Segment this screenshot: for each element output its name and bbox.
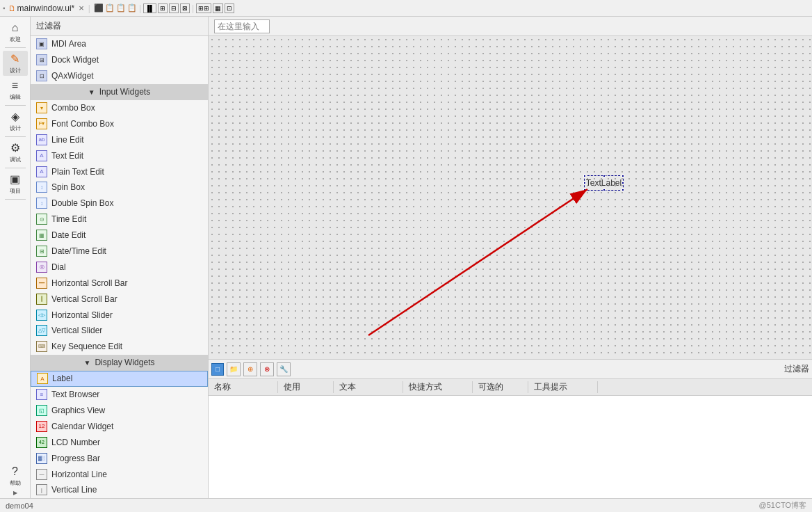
widget-hslider[interactable]: ◁▷ Horizontal Slider — [31, 307, 208, 323]
bottom-icon-2[interactable]: 📁 — [227, 362, 241, 376]
tool-help[interactable]: ? 帮助 — [3, 463, 28, 488]
widget-label-text: Label — [52, 374, 72, 383]
resize-bl[interactable] — [583, 189, 586, 191]
resize-br[interactable] — [622, 189, 624, 191]
bottom-icon-1[interactable]: □ — [211, 363, 224, 376]
toolbar-icon-7[interactable]: ⊟ — [169, 3, 179, 13]
bottom-toolbar: □ 📁 ⊕ ⊗ 🔧 过滤器 — [209, 360, 812, 379]
toolbar-icon-10[interactable]: ▦ — [213, 3, 223, 13]
edit-icon: ≡ — [12, 79, 18, 92]
resize-bm[interactable] — [603, 189, 606, 191]
tab-close-btn[interactable]: × — [77, 3, 86, 13]
help-icon: ? — [12, 465, 18, 478]
widget-label: Dock Widget — [51, 55, 99, 65]
toolbar-icon-4[interactable]: 📋 — [127, 3, 137, 13]
widget-label: Horizontal Line — [51, 470, 107, 479]
widget-progress[interactable]: ▓░ Progress Bar — [31, 450, 208, 466]
widget-qax[interactable]: ⊡ QAxWidget — [31, 68, 208, 84]
project-icon: ▣ — [10, 173, 20, 186]
widget-vslider[interactable]: △▽ Vertical Slider — [31, 323, 208, 339]
bottom-icon-4[interactable]: ⊗ — [260, 362, 274, 376]
col-use: 使用 — [278, 381, 334, 393]
bottom-icon-5[interactable]: 🔧 — [277, 362, 291, 376]
widget-keyseq[interactable]: ⌨ Key Sequence Edit — [31, 339, 208, 355]
tab-title[interactable]: mainwindow.ui* — [17, 3, 75, 13]
widget-label: Vertical Slider — [51, 326, 102, 335]
dock-icon: ⊞ — [36, 54, 47, 65]
widget-label: MDI Area — [51, 39, 86, 49]
widget-graphics[interactable]: ◱ Graphics View — [31, 403, 208, 419]
canvas-input[interactable] — [214, 19, 270, 33]
widget-dial[interactable]: ◎ Dial — [31, 259, 208, 275]
canvas-widget-textlabel[interactable]: TextLabel — [584, 175, 624, 191]
toolbar-icon-6[interactable]: ⊞ — [158, 3, 168, 13]
debug-icon: ⚙ — [10, 141, 20, 154]
widget-hscroll[interactable]: ━━ Horizontal Scroll Bar — [31, 275, 208, 291]
toolbar-icon-5[interactable]: ▐▌ — [143, 3, 156, 13]
widget-dock[interactable]: ⊞ Dock Widget — [31, 52, 208, 68]
expand-icon[interactable]: ▶ — [13, 490, 17, 496]
widget-date-edit[interactable]: ▦ Date Edit — [31, 227, 208, 243]
widget-label: Double Spin Box — [51, 198, 113, 208]
widget-label: Date/Time Edit — [51, 246, 106, 256]
widget-list[interactable]: ▣ MDI Area ⊞ Dock Widget ⊡ QAxWidget ▼ I… — [31, 36, 208, 498]
resize-tm[interactable] — [603, 175, 606, 177]
resize-mr[interactable] — [622, 182, 624, 184]
dial-icon: ◎ — [36, 262, 47, 273]
resize-tr[interactable] — [622, 175, 624, 177]
lcd-icon: 42 — [36, 437, 47, 448]
toolbar-icon-3[interactable]: 📋 — [116, 3, 126, 13]
widget-text-browser[interactable]: ≡ Text Browser — [31, 387, 208, 403]
widget-label: Combo Box — [51, 103, 95, 113]
toolbar-icon-11[interactable]: ⊡ — [225, 3, 234, 13]
widget-spin-box[interactable]: ↕ Spin Box — [31, 179, 208, 195]
tool-welcome[interactable]: ⌂ 欢迎 — [3, 19, 28, 45]
tool-design[interactable]: ✎ 设计 — [3, 51, 28, 76]
resize-tl[interactable] — [583, 175, 586, 177]
col-name: 名称 — [209, 381, 278, 393]
widget-label: Vertical Line — [51, 485, 97, 495]
tool-debug[interactable]: ⚙ 调试 — [3, 140, 28, 165]
arrow-line — [368, 189, 587, 335]
toolbar-icon-2[interactable]: 📋 — [105, 3, 115, 13]
progress-icon: ▓░ — [36, 453, 47, 464]
col-checkable: 可选的 — [473, 381, 528, 393]
widget-label: Calendar Widget — [51, 422, 113, 431]
widget-label: Text Edit — [51, 151, 83, 161]
canvas-main[interactable]: TextLabel — [209, 36, 812, 359]
widget-combo-box[interactable]: ▾ Combo Box — [31, 100, 208, 116]
widget-text-edit[interactable]: A Text Edit — [31, 147, 208, 163]
toolbar-icon-8[interactable]: ⊠ — [180, 3, 190, 13]
widget-label[interactable]: A Label — [31, 371, 208, 387]
arrow-overlay — [209, 36, 812, 359]
widget-vline[interactable]: | Vertical Line — [31, 482, 208, 498]
design-icon: ✎ — [10, 52, 19, 65]
widget-calendar[interactable]: 12 Calendar Widget — [31, 418, 208, 434]
vslider-icon: △▽ — [36, 325, 47, 336]
widget-line-edit[interactable]: ab Line Edit — [31, 131, 208, 147]
date-icon: ▦ — [36, 230, 47, 241]
widget-lcd[interactable]: 42 LCD Number — [31, 434, 208, 450]
vline-icon: | — [36, 484, 47, 495]
widget-datetime[interactable]: ⊞ Date/Time Edit — [31, 243, 208, 259]
widget-font-combo-box[interactable]: F▾ Font Combo Box — [31, 115, 208, 131]
widget-plain-text[interactable]: A Plain Text Edit — [31, 163, 208, 179]
toolbar-icon-1[interactable]: ⬛ — [94, 3, 104, 13]
widget-label: Key Sequence Edit — [51, 342, 122, 351]
widget-mdi-area[interactable]: ▣ MDI Area — [31, 36, 208, 52]
mdi-area-icon: ▣ — [36, 38, 47, 49]
widget-time-edit[interactable]: ⊙ Time Edit — [31, 211, 208, 227]
label-icon: A — [37, 373, 48, 384]
tool-project[interactable]: ▣ 项目 — [3, 171, 28, 196]
tool-edit[interactable]: ≡ 编辑 — [3, 77, 28, 102]
tool-design2[interactable]: ◈ 设计 — [3, 109, 28, 134]
widget-hline[interactable]: — Horizontal Line — [31, 466, 208, 482]
double-spin-icon: ↕ — [36, 198, 47, 209]
widget-label: Date Edit — [51, 230, 86, 240]
widget-double-spin[interactable]: ↕ Double Spin Box — [31, 195, 208, 211]
bottom-icon-3[interactable]: ⊕ — [243, 362, 257, 376]
resize-ml[interactable] — [583, 182, 586, 184]
widget-label: Vertical Scroll Bar — [51, 294, 117, 304]
widget-vscroll[interactable]: ┃ Vertical Scroll Bar — [31, 291, 208, 307]
toolbar-icon-9[interactable]: ⊞⊞ — [196, 3, 211, 13]
